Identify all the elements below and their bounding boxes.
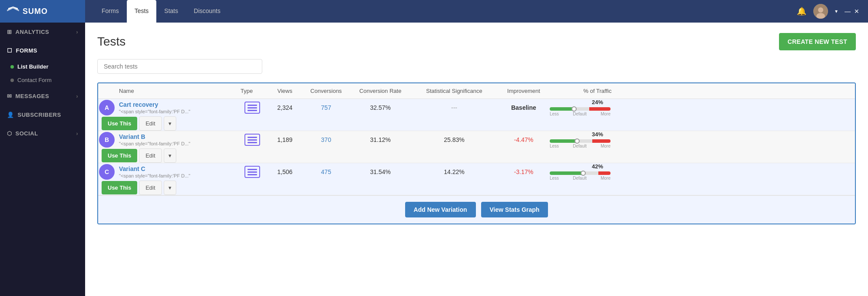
subscribers-label: SUBSCRIBERS (18, 112, 61, 118)
avatar[interactable] (813, 4, 828, 19)
views-c: 1,506 (267, 168, 302, 175)
stat-sig-a: --- (411, 104, 498, 111)
test-name-cell-b: Variant B "<span style="font-family:'PF … (116, 133, 237, 146)
traffic-pct-b: 34% (550, 131, 645, 138)
sidebar-item-analytics[interactable]: ⊞ ANALYTICS › (0, 23, 85, 41)
col-header-conv-rate: Conversion Rate (350, 88, 411, 94)
type-icon-a (237, 102, 267, 114)
view-stats-button[interactable]: View Stats Graph (481, 202, 548, 217)
search-input[interactable] (97, 59, 262, 74)
chevron-right-icon-3: › (76, 131, 79, 137)
table-row: B Variant B "<span style="font-family:'P… (98, 131, 855, 163)
test-name-link-b[interactable]: Variant B (119, 133, 234, 140)
slider-labels-c: Less Default More (550, 176, 611, 181)
variant-label-a: A (98, 100, 116, 115)
tests-table: Name Type Views Conversions Conversion R… (97, 82, 856, 224)
test-name-cell-c: Variant C "<span style="font-family:'PF … (116, 165, 237, 178)
test-subtitle-b: "<span style="font-family:'PF D..." (119, 141, 234, 146)
slider-red-b (592, 139, 611, 143)
views-a: 2,324 (267, 104, 302, 111)
list-builder-label: List Builder (17, 63, 49, 70)
traffic-pct-a: 24% (550, 99, 645, 105)
col-header-conversions: Conversions (302, 88, 350, 94)
action-cell-c: Use This Edit ▾ (98, 181, 116, 195)
bell-icon[interactable]: 🔔 (797, 7, 806, 16)
close-icon[interactable]: ✕ (854, 8, 859, 15)
table-row: C Variant C "<span style="font-family:'P… (98, 163, 855, 195)
col-header-improvement: Improvement (498, 88, 550, 94)
traffic-pct-c: 42% (550, 163, 645, 170)
content-area: Tests Create New Test Name Type Views Co… (85, 23, 868, 296)
sidebar-item-social[interactable]: ⬡ SOCIAL › (0, 124, 85, 143)
stat-sig-b: 25.83% (411, 136, 498, 143)
improvement-b: -4.47% (498, 136, 550, 143)
slider-track-b[interactable] (550, 139, 611, 143)
slider-labels-a: Less Default More (550, 112, 611, 116)
table-footer: Add New Variation View Stats Graph (98, 195, 855, 224)
test-name-link-c[interactable]: Variant C (119, 165, 234, 172)
slider-green-c (550, 171, 583, 175)
sidebar-item-messages[interactable]: ✉ MESSAGES › (0, 87, 85, 105)
table-row: A Cart recovery "<span style="font-famil… (98, 99, 855, 131)
slider-green-a (550, 107, 574, 111)
tab-discounts[interactable]: Discounts (186, 0, 228, 23)
slider-track-c[interactable] (550, 171, 611, 175)
tab-stats[interactable]: Stats (156, 0, 186, 23)
traffic-cell-b: 34% Less Default More (550, 131, 645, 148)
sidebar-item-contact-form[interactable]: Contact Form (0, 73, 85, 87)
chevron-right-icon-2: › (76, 93, 79, 99)
variant-label-b: B (98, 132, 116, 148)
slider-track-a[interactable] (550, 107, 611, 111)
edit-button-b[interactable]: Edit (139, 148, 162, 163)
action-cell-a: Use This Edit ▾ (98, 116, 116, 131)
minimize-icon[interactable]: — (845, 8, 851, 15)
sidebar-logo: SUMO (0, 0, 85, 23)
sidebar-item-list-builder[interactable]: List Builder (0, 60, 85, 73)
forms-label: FORMS (16, 47, 37, 54)
use-this-button-c[interactable]: Use This (102, 181, 137, 194)
edit-button-a[interactable]: Edit (139, 116, 162, 131)
variant-label-c: C (98, 164, 116, 180)
slider-green-b (550, 139, 577, 143)
more-button-c[interactable]: ▾ (164, 181, 176, 195)
conversions-c: 475 (302, 168, 350, 175)
more-button-b[interactable]: ▾ (164, 148, 176, 163)
create-new-test-button[interactable]: Create New Test (779, 33, 856, 50)
slider-thumb-b[interactable] (574, 138, 580, 144)
edit-button-c[interactable]: Edit (139, 181, 162, 195)
conversions-a: 757 (302, 104, 350, 111)
page-title: Tests (97, 35, 125, 49)
form-type-icon-c (244, 166, 260, 178)
logo-text: SUMO (23, 7, 48, 16)
use-this-button-a[interactable]: Use This (102, 117, 137, 130)
inactive-dot-icon (10, 79, 14, 82)
content-header: Tests Create New Test (97, 33, 856, 50)
traffic-cell-c: 42% Less Default More (550, 163, 645, 181)
slider-thumb-a[interactable] (571, 106, 577, 112)
window-controls: — ✕ (845, 8, 859, 15)
slider-thumb-c[interactable] (581, 171, 586, 176)
chevron-right-icon: › (76, 29, 79, 35)
test-subtitle-c: "<span style="font-family:'PF D..." (119, 173, 234, 178)
topbar: Forms Tests Stats Discounts 🔔 ▾ (85, 0, 868, 23)
sidebar-item-subscribers[interactable]: 👤 SUBSCRIBERS (0, 105, 85, 124)
more-button-a[interactable]: ▾ (164, 116, 176, 131)
analytics-label: ANALYTICS (16, 29, 50, 35)
sidebar-item-forms[interactable]: ☐ FORMS (0, 41, 85, 60)
views-b: 1,189 (267, 136, 302, 143)
social-label: SOCIAL (16, 130, 38, 137)
slider-red-c (598, 171, 611, 175)
tab-tests[interactable]: Tests (127, 0, 157, 23)
test-name-cell-a: Cart recovery "<span style="font-family:… (116, 101, 237, 114)
improvement-a: Baseline (498, 104, 550, 111)
use-this-button-b[interactable]: Use This (102, 149, 137, 162)
table-header: Name Type Views Conversions Conversion R… (98, 83, 855, 99)
contact-form-label: Contact Form (17, 77, 52, 83)
add-variation-button[interactable]: Add New Variation (405, 202, 476, 217)
slider-red-a (589, 107, 611, 111)
test-name-link-a[interactable]: Cart recovery (119, 101, 234, 108)
form-type-icon (244, 102, 260, 114)
user-chevron-icon[interactable]: ▾ (835, 8, 838, 14)
col-header-stat-sig: Statistical Significance (411, 88, 498, 94)
tab-forms[interactable]: Forms (94, 0, 127, 23)
